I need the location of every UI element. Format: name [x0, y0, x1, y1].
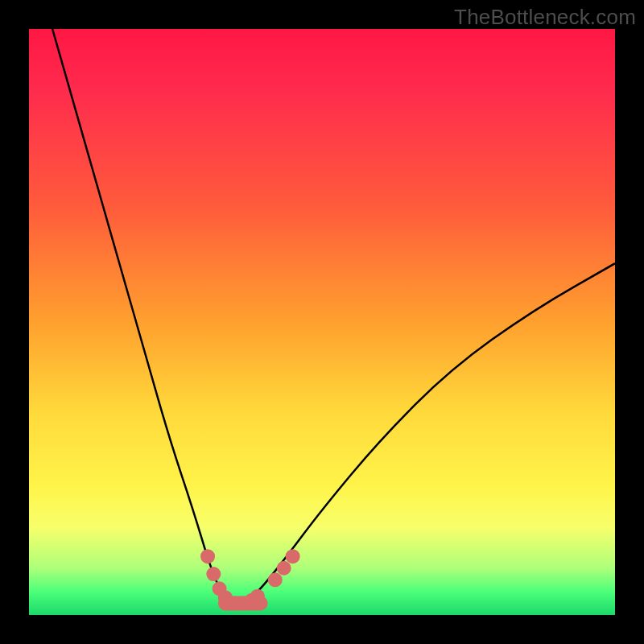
- chart-frame: TheBottleneck.com: [0, 0, 644, 644]
- plot-area: [29, 29, 615, 615]
- marker-dot: [206, 567, 221, 581]
- watermark-text: TheBottleneck.com: [454, 5, 636, 30]
- marker-dot: [250, 589, 265, 604]
- bottleneck-curve: [52, 29, 615, 603]
- marker-dot: [286, 549, 300, 564]
- marker-dot: [277, 561, 291, 576]
- marker-dot: [268, 572, 283, 587]
- curve-path: [52, 29, 615, 603]
- chart-svg: [29, 29, 615, 615]
- marker-dot: [200, 549, 215, 564]
